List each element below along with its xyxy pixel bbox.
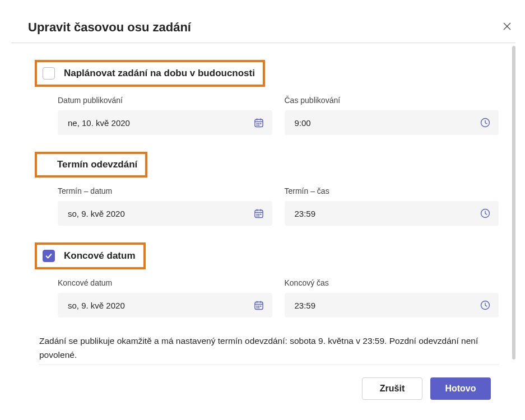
svg-point-18 — [257, 214, 257, 214]
due-date-input[interactable]: so, 9. kvě 2020 — [58, 201, 272, 226]
close-time-input[interactable]: 23:59 — [285, 293, 499, 318]
publish-date-label: Datum publikování — [58, 96, 272, 105]
dialog-title: Upravit časovou osu zadání — [11, 20, 191, 35]
due-date-label: Termín – datum — [58, 186, 272, 195]
svg-point-30 — [257, 306, 257, 306]
due-fields: Termín – datum so, 9. kvě 2020 Termín – … — [58, 186, 499, 226]
svg-point-20 — [260, 214, 261, 214]
scrollbar[interactable] — [512, 46, 515, 360]
due-time-input[interactable]: 23:59 — [285, 201, 499, 226]
close-date-label: Koncové datum — [58, 278, 272, 287]
svg-point-32 — [260, 306, 261, 306]
close-date-fields: Koncové datum so, 9. kvě 2020 Koncový ča… — [58, 278, 499, 318]
due-date-value: so, 9. kvě 2020 — [68, 209, 125, 218]
summary-text: Zadání se publikuje okamžitě a má nastav… — [39, 334, 499, 365]
svg-point-33 — [257, 307, 257, 308]
clock-icon — [480, 117, 491, 128]
publish-date-field: Datum publikování ne, 10. kvě 2020 — [58, 96, 272, 135]
schedule-checkbox-label: Naplánovat zadání na dobu v budoucnosti — [64, 68, 255, 79]
publish-date-input[interactable]: ne, 10. kvě 2020 — [58, 110, 272, 135]
close-date-header-highlight: Koncové datum — [35, 242, 146, 269]
close-time-field: Koncový čas 23:59 — [285, 278, 499, 318]
done-button[interactable]: Hotovo — [430, 377, 491, 400]
cancel-button[interactable]: Zrušit — [362, 377, 422, 400]
close-date-checkbox[interactable] — [43, 250, 55, 262]
svg-line-25 — [485, 213, 487, 214]
svg-point-6 — [257, 123, 257, 124]
svg-point-9 — [257, 125, 257, 125]
schedule-section: Naplánovat zadání na dobu v budoucnosti … — [36, 60, 499, 135]
dialog-footer: Zrušit Hotovo — [11, 365, 515, 400]
due-time-label: Termín – čas — [285, 186, 499, 195]
close-time-label: Koncový čas — [285, 278, 499, 287]
schedule-header-highlight: Naplánovat zadání na dobu v budoucnosti — [35, 60, 265, 87]
due-section: Termín odevzdání Termín – datum so, 9. k… — [36, 152, 499, 226]
due-time-value: 23:59 — [295, 209, 316, 218]
dialog-header: Upravit časovou osu zadání — [11, 19, 515, 43]
close-date-value: so, 9. kvě 2020 — [68, 301, 125, 310]
due-date-field: Termín – datum so, 9. kvě 2020 — [58, 186, 272, 226]
publish-time-label: Čas publikování — [285, 96, 499, 105]
svg-point-10 — [258, 125, 259, 125]
due-heading: Termín odevzdání — [57, 159, 137, 170]
schedule-fields: Datum publikování ne, 10. kvě 2020 Čas p… — [58, 96, 499, 135]
svg-point-21 — [257, 216, 257, 216]
edit-timeline-dialog: Upravit časovou osu zadání Naplánovat za… — [11, 0, 515, 400]
schedule-checkbox[interactable] — [43, 67, 55, 80]
due-time-field: Termín – čas 23:59 — [285, 186, 499, 226]
svg-point-19 — [258, 214, 259, 214]
clock-icon — [480, 300, 491, 311]
close-button[interactable] — [499, 19, 515, 36]
due-header-highlight: Termín odevzdání — [35, 152, 147, 178]
calendar-icon — [253, 117, 264, 128]
svg-line-37 — [485, 305, 487, 306]
clock-icon — [480, 208, 491, 219]
calendar-icon — [253, 300, 264, 311]
close-date-input[interactable]: so, 9. kvě 2020 — [58, 293, 272, 318]
svg-point-31 — [258, 306, 259, 306]
close-icon — [503, 22, 512, 33]
publish-time-field: Čas publikování 9:00 — [285, 96, 499, 135]
svg-point-8 — [260, 123, 261, 124]
calendar-icon — [253, 208, 264, 219]
svg-line-13 — [485, 123, 487, 124]
close-date-section: Koncové datum Koncové datum so, 9. kvě 2… — [36, 242, 499, 318]
svg-point-22 — [258, 216, 259, 216]
close-date-field: Koncové datum so, 9. kvě 2020 — [58, 278, 272, 318]
svg-point-34 — [258, 307, 259, 308]
publish-date-value: ne, 10. kvě 2020 — [68, 118, 130, 128]
svg-point-7 — [258, 123, 259, 124]
close-time-value: 23:59 — [295, 301, 316, 310]
publish-time-value: 9:00 — [295, 118, 311, 128]
close-date-heading: Koncové datum — [64, 250, 136, 262]
publish-time-input[interactable]: 9:00 — [285, 110, 499, 135]
